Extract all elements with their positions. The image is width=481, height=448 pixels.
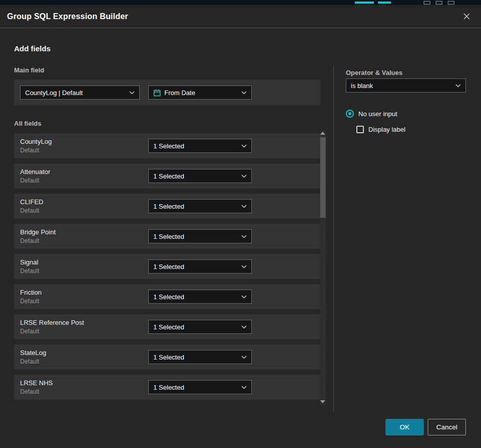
- chevron-down-icon: [241, 205, 247, 208]
- scrollbar[interactable]: [320, 130, 326, 405]
- close-icon[interactable]: [459, 9, 474, 24]
- radio-selected-icon: [346, 110, 354, 118]
- chevron-down-icon: [241, 355, 247, 359]
- chevron-down-icon: [241, 235, 247, 238]
- background-decoration: [378, 2, 391, 4]
- chevron-down-icon: [241, 386, 247, 389]
- field-row: LRSE Reference Post Default 1 Selected: [14, 314, 321, 339]
- background-icon: [424, 1, 430, 5]
- field-name: Attenuator: [20, 168, 50, 175]
- chevron-down-icon: [129, 91, 135, 95]
- no-user-input-radio[interactable]: No user input: [346, 110, 397, 118]
- field-row: CountyLog Default 1 Selected: [14, 133, 321, 158]
- chevron-down-icon: [241, 174, 247, 178]
- field-subtitle: Default: [20, 358, 39, 365]
- field-values-select-value: 1 Selected: [153, 323, 184, 331]
- field-name: LRSE Reference Post: [20, 319, 84, 326]
- field-row: Bridge Point Default 1 Selected: [14, 224, 321, 249]
- background-icon: [448, 1, 454, 5]
- field-values-select[interactable]: 1 Selected: [148, 169, 252, 183]
- background-icon: [436, 1, 442, 5]
- field-name: StateLog: [20, 349, 46, 356]
- all-fields-list: CountyLog Default 1 Selected Attenuator …: [14, 133, 321, 405]
- field-row: StateLog Default 1 Selected: [14, 344, 321, 370]
- field-subtitle: Default: [20, 267, 39, 275]
- chevron-down-icon: [241, 144, 247, 148]
- field-row: CLIFED Default 1 Selected: [14, 194, 321, 219]
- field-values-select-value: 1 Selected: [153, 263, 184, 271]
- vertical-divider: [333, 65, 334, 412]
- field-subtitle: Default: [20, 388, 39, 395]
- field-values-select[interactable]: 1 Selected: [148, 199, 252, 213]
- field-subtitle: Default: [20, 298, 39, 305]
- field-row: LRSE NHS Default 1 Selected: [14, 375, 321, 400]
- field-name: Friction: [20, 289, 42, 296]
- display-label-label: Display label: [368, 126, 406, 133]
- layer-select-value: CountyLog | Default: [25, 89, 83, 97]
- dialog-header: Group SQL Expression Builder: [0, 5, 481, 28]
- field-row: Friction Default 1 Selected: [14, 284, 321, 309]
- field-values-select[interactable]: 1 Selected: [148, 259, 252, 274]
- field-values-select[interactable]: 1 Selected: [148, 139, 252, 153]
- field-subtitle: Default: [20, 328, 39, 335]
- dialog-title: Group SQL Expression Builder: [7, 12, 128, 21]
- main-field-panel: CountyLog | Default From Date: [14, 79, 321, 106]
- field-values-select[interactable]: 1 Selected: [148, 290, 252, 304]
- field-row: Signal Default 1 Selected: [14, 254, 321, 279]
- field-values-select-value: 1 Selected: [153, 203, 184, 210]
- field-name: Signal: [20, 258, 38, 266]
- field-values-select-value: 1 Selected: [153, 353, 184, 361]
- field-values-select[interactable]: 1 Selected: [148, 380, 252, 394]
- main-field-select-value: From Date: [164, 89, 195, 97]
- ok-button[interactable]: OK: [386, 419, 424, 435]
- scroll-down-arrow-icon[interactable]: [320, 400, 325, 403]
- chevron-down-icon: [455, 84, 461, 87]
- field-values-select-value: 1 Selected: [153, 293, 184, 301]
- scroll-up-arrow-icon[interactable]: [320, 132, 325, 135]
- field-name: CLIFED: [20, 198, 43, 206]
- chevron-down-icon: [241, 325, 247, 329]
- all-fields-label: All fields: [14, 120, 41, 127]
- main-field-select[interactable]: From Date: [148, 85, 252, 100]
- chevron-down-icon: [241, 265, 247, 268]
- field-subtitle: Default: [20, 237, 39, 244]
- checkbox-unchecked-icon: [356, 126, 364, 133]
- calendar-icon: [153, 89, 161, 97]
- cancel-button[interactable]: Cancel: [428, 419, 466, 435]
- field-subtitle: Default: [20, 207, 39, 214]
- no-user-input-label: No user input: [358, 110, 397, 118]
- add-fields-heading: Add fields: [14, 44, 51, 53]
- field-values-select[interactable]: 1 Selected: [148, 350, 252, 364]
- field-values-select[interactable]: 1 Selected: [148, 229, 252, 243]
- layer-select[interactable]: CountyLog | Default: [20, 85, 140, 100]
- field-values-select-value: 1 Selected: [153, 384, 184, 391]
- operator-select[interactable]: is blank: [346, 78, 466, 93]
- chevron-down-icon: [241, 295, 247, 299]
- field-values-select-value: 1 Selected: [153, 172, 184, 180]
- field-values-select[interactable]: 1 Selected: [148, 320, 252, 334]
- field-values-select-value: 1 Selected: [153, 142, 184, 150]
- background-app-strip: [0, 0, 481, 5]
- field-name: Bridge Point: [20, 228, 56, 236]
- display-label-checkbox[interactable]: Display label: [356, 126, 406, 133]
- main-field-label: Main field: [14, 66, 44, 74]
- field-values-select-value: 1 Selected: [153, 233, 184, 240]
- field-name: CountyLog: [20, 138, 52, 145]
- chevron-down-icon: [241, 91, 247, 95]
- field-row: Attenuator Default 1 Selected: [14, 163, 321, 189]
- background-decoration: [355, 2, 374, 4]
- field-subtitle: Default: [20, 147, 39, 154]
- group-sql-expression-builder-dialog: Group SQL Expression Builder Add fields …: [0, 5, 481, 448]
- field-name: LRSE NHS: [20, 379, 53, 387]
- operator-values-label: Operator & Values: [346, 69, 403, 76]
- scrollbar-thumb[interactable]: [320, 137, 326, 218]
- operator-select-value: is blank: [351, 82, 373, 89]
- field-subtitle: Default: [20, 177, 39, 184]
